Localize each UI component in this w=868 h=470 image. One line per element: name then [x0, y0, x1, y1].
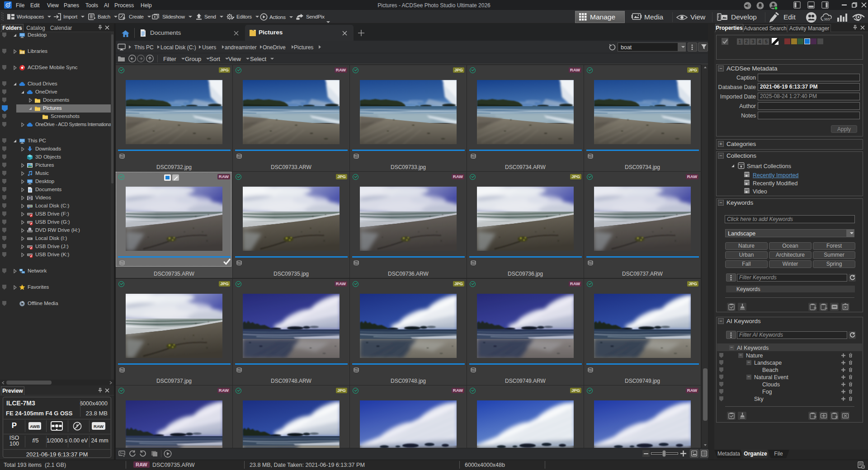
svg-text:AWB: AWB — [30, 424, 40, 429]
svg-text:RAW: RAW — [94, 424, 104, 429]
svg-text:365: 365 — [824, 17, 830, 21]
